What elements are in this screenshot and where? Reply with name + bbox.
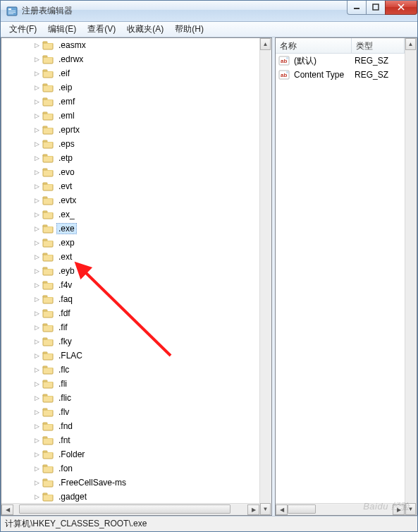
column-header-name[interactable]: 名称	[276, 38, 352, 53]
tree-node[interactable]: ▷.flic	[1, 391, 259, 405]
tree-node[interactable]: ▷.f4v	[1, 278, 259, 292]
scroll-track[interactable]	[260, 50, 271, 503]
tree-node[interactable]: ▷.fli	[1, 377, 259, 391]
tree-node[interactable]: ▷.exp	[1, 236, 259, 250]
tree-node[interactable]: ▷.ex_	[1, 207, 259, 222]
chevron-right-icon[interactable]: ▷	[32, 83, 41, 92]
chevron-right-icon[interactable]: ▷	[32, 267, 41, 275]
close-button[interactable]	[385, 1, 417, 15]
chevron-right-icon[interactable]: ▷	[32, 478, 41, 487]
tree-node[interactable]: ▷.eprtx	[1, 123, 259, 137]
svg-rect-18	[43, 169, 47, 170]
chevron-right-icon[interactable]: ▷	[32, 210, 41, 219]
scroll-track[interactable]	[405, 50, 416, 503]
chevron-right-icon[interactable]: ▷	[32, 464, 41, 473]
menu-file[interactable]: 文件(F)	[4, 22, 42, 37]
chevron-right-icon[interactable]: ▷	[32, 323, 41, 332]
scroll-right-button[interactable]: ▶	[393, 504, 405, 515]
chevron-right-icon[interactable]: ▷	[32, 422, 41, 430]
chevron-right-icon[interactable]: ▷	[32, 140, 41, 148]
column-header-type[interactable]: 类型	[352, 38, 405, 53]
tree-node[interactable]: ▷.faq	[1, 292, 259, 306]
chevron-right-icon[interactable]: ▷	[32, 380, 41, 388]
chevron-right-icon[interactable]: ▷	[32, 97, 41, 106]
tree-node[interactable]: ▷.fnd	[1, 419, 259, 433]
chevron-right-icon[interactable]: ▷	[32, 436, 41, 445]
tree-node[interactable]: ▷.FreeCellSave-ms	[1, 476, 259, 490]
tree-node[interactable]: ▷.gadget	[1, 490, 259, 503]
chevron-right-icon[interactable]: ▷	[32, 351, 41, 360]
tree-node[interactable]: ▷.fnt	[1, 433, 259, 447]
scroll-up-button[interactable]: ▲	[260, 38, 271, 50]
tree-node[interactable]: ▷.eip	[1, 80, 259, 95]
menu-view[interactable]: 查看(V)	[82, 22, 121, 37]
tree-node[interactable]: ▷.fdf	[1, 306, 259, 320]
tree-body[interactable]: ▷.easmx▷.edrwx▷.eif▷.eip▷.emf▷.eml▷.eprt…	[1, 38, 259, 503]
chevron-right-icon[interactable]: ▷	[32, 365, 41, 374]
scroll-track[interactable]	[288, 504, 393, 515]
tree-vscrollbar[interactable]: ▲ ▼	[259, 38, 271, 515]
tree-node[interactable]: ▷.evo	[1, 165, 259, 179]
tree-node[interactable]: ▷.evtx	[1, 193, 259, 207]
chevron-right-icon[interactable]: ▷	[32, 69, 41, 78]
menu-edit[interactable]: 编辑(E)	[42, 22, 82, 37]
tree-node[interactable]: ▷.eml	[1, 109, 259, 123]
tree-node[interactable]: ▷.edrwx	[1, 52, 259, 66]
tree-node[interactable]: ▷.ext	[1, 250, 259, 264]
chevron-right-icon[interactable]: ▷	[32, 168, 41, 176]
tree-node[interactable]: ▷.flv	[1, 405, 259, 419]
menu-help[interactable]: 帮助(H)	[169, 22, 209, 37]
list-row[interactable]: abContent TypeREG_SZ	[276, 68, 405, 82]
list-row[interactable]: ab(默认)REG_SZ	[276, 54, 405, 68]
tree-node[interactable]: ▷.fif	[1, 320, 259, 334]
list-vscrollbar[interactable]: ▲ ▼	[405, 38, 417, 515]
chevron-right-icon[interactable]: ▷	[32, 182, 41, 191]
scroll-track[interactable]	[13, 504, 247, 515]
chevron-right-icon[interactable]: ▷	[32, 492, 41, 501]
scroll-right-button[interactable]: ▶	[247, 504, 259, 515]
chevron-right-icon[interactable]: ▷	[32, 55, 41, 64]
chevron-right-icon[interactable]: ▷	[32, 41, 41, 49]
tree-node[interactable]: ▷.fky	[1, 334, 259, 349]
scroll-down-button[interactable]: ▼	[260, 503, 271, 515]
chevron-right-icon[interactable]: ▷	[32, 281, 41, 289]
chevron-right-icon[interactable]: ▷	[32, 196, 41, 205]
maximize-button[interactable]	[366, 1, 386, 15]
scroll-thumb[interactable]	[19, 504, 230, 514]
scroll-down-button[interactable]: ▼	[405, 503, 416, 515]
chevron-right-icon[interactable]: ▷	[32, 224, 41, 233]
tree-node[interactable]: ▷.flc	[1, 363, 259, 377]
chevron-right-icon[interactable]: ▷	[32, 154, 41, 162]
chevron-right-icon[interactable]: ▷	[32, 408, 41, 416]
chevron-right-icon[interactable]: ▷	[32, 309, 41, 318]
chevron-right-icon[interactable]: ▷	[32, 253, 41, 261]
list-hscrollbar[interactable]: ◀ ▶	[276, 503, 405, 515]
menu-favorites[interactable]: 收藏夹(A)	[121, 22, 169, 37]
chevron-right-icon[interactable]: ▷	[32, 450, 41, 459]
tree-node[interactable]: ▷.emf	[1, 95, 259, 109]
scroll-left-button[interactable]: ◀	[276, 504, 288, 515]
scroll-thumb[interactable]	[288, 504, 316, 514]
tree-node[interactable]: ▷.exe	[1, 222, 259, 236]
tree-node[interactable]: ▷.Folder	[1, 447, 259, 461]
scroll-up-button[interactable]: ▲	[405, 38, 416, 50]
titlebar[interactable]: 注册表编辑器	[1, 1, 417, 22]
tree-node[interactable]: ▷.eyb	[1, 264, 259, 278]
tree-node[interactable]: ▷.easmx	[1, 38, 259, 52]
minimize-button[interactable]	[347, 1, 367, 15]
chevron-right-icon[interactable]: ▷	[32, 394, 41, 402]
chevron-right-icon[interactable]: ▷	[32, 295, 41, 303]
tree-node[interactable]: ▷.etp	[1, 151, 259, 165]
tree-node[interactable]: ▷.FLAC	[1, 349, 259, 363]
list-body[interactable]: ab(默认)REG_SZabContent TypeREG_SZ	[276, 54, 405, 503]
chevron-right-icon[interactable]: ▷	[32, 238, 41, 247]
tree-node[interactable]: ▷.evt	[1, 179, 259, 193]
chevron-right-icon[interactable]: ▷	[32, 337, 41, 346]
scroll-left-button[interactable]: ◀	[1, 504, 13, 515]
tree-node[interactable]: ▷.fon	[1, 461, 259, 476]
tree-node[interactable]: ▷.eps	[1, 137, 259, 151]
chevron-right-icon[interactable]: ▷	[32, 126, 41, 134]
tree-node[interactable]: ▷.eif	[1, 66, 259, 80]
tree-hscrollbar[interactable]: ◀ ▶	[1, 503, 259, 515]
chevron-right-icon[interactable]: ▷	[32, 111, 41, 120]
